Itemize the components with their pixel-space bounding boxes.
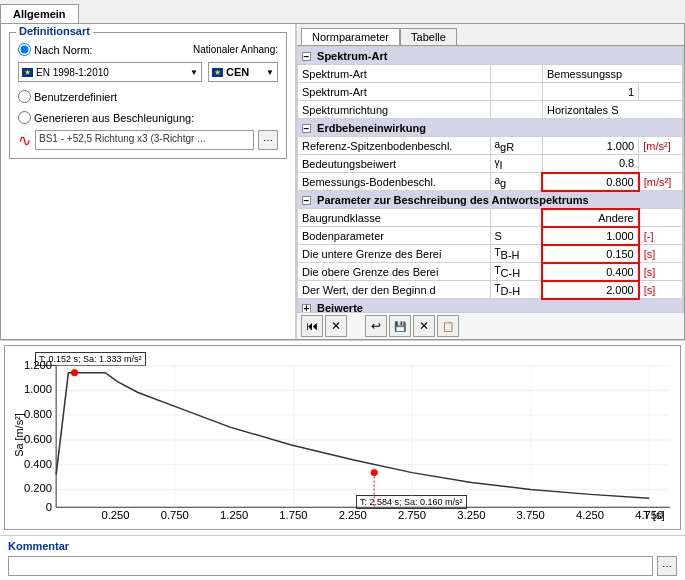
copy-button[interactable]: 📋 — [437, 315, 459, 337]
cen-value: CEN — [226, 66, 266, 78]
national-anhang-label: Nationaler Anhang: — [193, 44, 278, 55]
svg-text:T [s]: T [s] — [643, 509, 665, 521]
cell-unit: [s] — [639, 263, 683, 281]
section-beiwerte: + Beiwerte — [298, 299, 683, 313]
cell-value[interactable]: 0.400 — [542, 263, 638, 281]
cell-value: 1 — [542, 83, 638, 101]
tab-tabelle[interactable]: Tabelle — [400, 28, 457, 45]
cell-value: Horizontales S — [542, 101, 682, 119]
table-row: Der Wert, der den Beginn d TD-H 2.000 [s… — [298, 281, 683, 299]
section-beiwerte-label: Beiwerte — [317, 302, 363, 312]
cell-sub: TC-H — [490, 263, 542, 281]
nach-norm-radio[interactable] — [18, 43, 31, 56]
cell-value: 0.8 — [542, 155, 638, 173]
input-row: ∿ BS1 - +52,5 Richtung x3 (3-Richtgr ...… — [18, 130, 278, 150]
cell-unit: [s] — [639, 281, 683, 299]
svg-text:0: 0 — [46, 501, 52, 513]
table-row: Referenz-Spitzenbodenbeschl. agR 1.000 [… — [298, 137, 683, 155]
cell-sub — [490, 101, 542, 119]
cell-sub: TB-H — [490, 245, 542, 263]
cell-sub — [490, 209, 542, 227]
svg-text:2.750: 2.750 — [398, 509, 426, 521]
svg-text:4.250: 4.250 — [576, 509, 604, 521]
table-row: Baugrundklasse Andere — [298, 209, 683, 227]
input-value: BS1 - +52,5 Richtung x3 (3-Richtgr ... — [39, 133, 205, 144]
section-spektrum-art: − Spektrum-Art — [298, 47, 683, 65]
cell-sub: S — [490, 227, 542, 245]
cell-value[interactable]: 0.150 — [542, 245, 638, 263]
generieren-radio[interactable] — [18, 111, 31, 124]
benutzerdefiniert-radio[interactable] — [18, 90, 31, 103]
cell-value[interactable]: 0.800 — [542, 173, 638, 191]
cell-value: 1.000 — [542, 137, 638, 155]
norm-arrow-icon: ▼ — [190, 68, 198, 77]
comment-browse-button[interactable]: ⋯ — [657, 556, 677, 576]
cell-value[interactable]: 1.000 — [542, 227, 638, 245]
svg-text:1.750: 1.750 — [279, 509, 307, 521]
definitionsart-label: Definitionsart — [16, 25, 93, 37]
chart-area: T: 0.152 s; Sa: 1.333 m/s² T: 2.584 s; S… — [0, 340, 685, 535]
collapse-spektrum-icon[interactable]: − — [302, 52, 311, 61]
cell-label: Baugrundklasse — [298, 209, 491, 227]
tab-normparameter[interactable]: Normparameter — [301, 28, 400, 45]
svg-text:0.200: 0.200 — [24, 483, 52, 495]
acceleration-input[interactable]: BS1 - +52,5 Richtung x3 (3-Richtgr ... — [35, 130, 254, 150]
cell-sub: γI — [490, 155, 542, 173]
param-toolbar: ⏮ ✕ ↩ 💾 ✕ 📋 — [297, 312, 684, 339]
cen-dropdown[interactable]: ★ CEN ▼ — [208, 62, 278, 82]
svg-text:0.250: 0.250 — [101, 509, 129, 521]
tab-allgemein[interactable]: Allgemein — [0, 4, 79, 23]
svg-text:0.600: 0.600 — [24, 433, 52, 445]
cell-sub: ag — [490, 173, 542, 191]
svg-text:1.000: 1.000 — [24, 384, 52, 396]
cell-sub — [490, 83, 542, 101]
table-row: Bodenparameter S 1.000 [-] — [298, 227, 683, 245]
first-button[interactable]: ⏮ — [301, 315, 323, 337]
input-browse-button[interactable]: ⋯ — [258, 130, 278, 150]
nach-norm-label: Nach Norm: — [34, 44, 93, 56]
section-erdbeben-label: Erdbebeneinwirkung — [317, 122, 426, 134]
collapse-beiwerte-icon[interactable]: + — [302, 304, 311, 312]
cell-label: Die obere Grenze des Berei — [298, 263, 491, 281]
cell-label: Referenz-Spitzenbodenbeschl. — [298, 137, 491, 155]
norm-value: EN 1998-1:2010 — [36, 67, 190, 78]
param-table: − Spektrum-Art Spektrum-Art Bemessungssp… — [297, 46, 683, 312]
svg-text:1.250: 1.250 — [220, 509, 248, 521]
cell-unit — [639, 83, 683, 101]
generieren-label: Generieren aus Beschleunigung: — [34, 112, 194, 124]
save-button[interactable]: 💾 — [389, 315, 411, 337]
cell-sub: agR — [490, 137, 542, 155]
section-spektrum-label: Spektrum-Art — [317, 50, 387, 62]
svg-point-32 — [71, 370, 77, 376]
comment-label: Kommentar — [8, 540, 677, 552]
table-row: Spektrum-Art 1 — [298, 83, 683, 101]
table-row: Bedeutungsbeiwert γI 0.8 — [298, 155, 683, 173]
cell-unit — [639, 209, 683, 227]
cancel-button[interactable]: ✕ — [413, 315, 435, 337]
undo-button[interactable]: ↩ — [365, 315, 387, 337]
cell-value[interactable]: 2.000 — [542, 281, 638, 299]
section-param-label: Parameter zur Beschreibung des Antwortsp… — [317, 194, 589, 206]
svg-text:0.750: 0.750 — [161, 509, 189, 521]
cell-label: Der Wert, der den Beginn d — [298, 281, 491, 299]
delete-button[interactable]: ✕ — [325, 315, 347, 337]
cell-label: Bedeutungsbeiwert — [298, 155, 491, 173]
table-row: Bemessungs-Bodenbeschl. ag 0.800 [m/s²] — [298, 173, 683, 191]
collapse-erdbeben-icon[interactable]: − — [302, 124, 311, 133]
svg-point-33 — [371, 470, 377, 476]
svg-text:2.250: 2.250 — [339, 509, 367, 521]
cell-sub — [490, 65, 542, 83]
norm-dropdown[interactable]: ★ EN 1998-1:2010 ▼ — [18, 62, 202, 82]
cell-label: Die untere Grenze des Berei — [298, 245, 491, 263]
cell-sub: TD-H — [490, 281, 542, 299]
svg-text:0.800: 0.800 — [24, 408, 52, 420]
cell-unit: [m/s²] — [639, 137, 683, 155]
section-parameter: − Parameter zur Beschreibung des Antwort… — [298, 191, 683, 209]
cell-value[interactable]: Andere — [542, 209, 638, 227]
section-erdbeben: − Erdbebeneinwirkung — [298, 119, 683, 137]
table-row: Die obere Grenze des Berei TC-H 0.400 [s… — [298, 263, 683, 281]
table-row: Spektrumrichtung Horizontales S — [298, 101, 683, 119]
comment-input[interactable] — [8, 556, 653, 576]
chart-svg: 0 0.200 0.400 0.600 0.800 1.000 1.200 0.… — [5, 346, 680, 529]
collapse-param-icon[interactable]: − — [302, 196, 311, 205]
